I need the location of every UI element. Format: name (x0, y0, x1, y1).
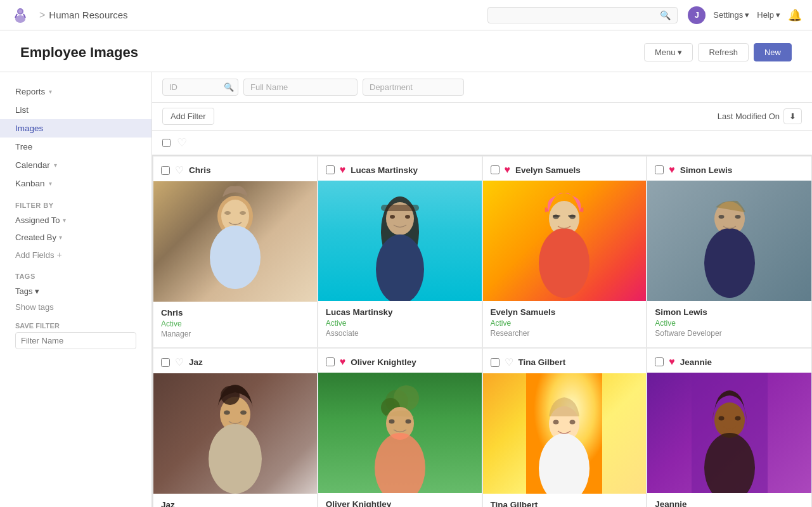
card-row-2: ♡ Jaz (153, 348, 811, 507)
favorite-icon[interactable]: ♥ (669, 164, 675, 176)
notifications-bell[interactable]: 🔔 (788, 8, 802, 22)
card-checkbox[interactable] (161, 358, 170, 367)
employee-name: Tina Gilbert (491, 500, 639, 507)
card-image (647, 181, 811, 301)
svg-point-47 (735, 416, 740, 421)
employee-card-chris[interactable]: ♡ Chris (153, 156, 318, 348)
employee-card-evelyn[interactable]: ♥ Evelyn Samuels (482, 156, 647, 348)
department-input[interactable] (370, 82, 420, 92)
sidebar-item-calendar[interactable]: Calendar ▾ (0, 156, 151, 174)
card-name: Simon Lewis (680, 165, 733, 175)
employee-card-tina[interactable]: ♡ Tina Gilbert (482, 348, 647, 507)
help-link[interactable]: Help ▾ (757, 10, 780, 20)
card-header: ♥ Evelyn Samuels (483, 157, 647, 181)
tags-filter[interactable]: Tags ▾ (0, 283, 151, 300)
settings-link[interactable]: Settings ▾ (713, 10, 749, 20)
card-info: Lucas Martinsky Active Associate (318, 301, 482, 347)
search-icon: 🔍 (660, 10, 671, 20)
card-checkbox[interactable] (326, 165, 335, 174)
navbar-right: J Settings ▾ Help ▾ 🔔 (688, 6, 802, 24)
created-by-filter[interactable]: Created By ▾ (0, 229, 151, 246)
card-image (153, 181, 317, 302)
favorite-icon[interactable]: ♡ (505, 356, 513, 368)
card-image (483, 181, 647, 301)
employee-name: Lucas Martinsky (326, 307, 474, 317)
sidebar-item-tree[interactable]: Tree (0, 138, 151, 156)
new-button[interactable]: New (754, 43, 792, 61)
card-row-1: ♡ Chris (153, 156, 811, 348)
search-bar[interactable]: 🔍 (487, 7, 678, 23)
menu-button[interactable]: Menu ▾ (644, 43, 693, 61)
full-name-input[interactable] (250, 82, 301, 92)
sidebar-item-kanban[interactable]: Kanban ▾ (0, 174, 151, 193)
svg-point-27 (209, 424, 262, 494)
main-layout: Reports ▾ List Images Tree Calendar ▾ Ka… (0, 72, 812, 507)
favorite-icon[interactable]: ♥ (340, 164, 346, 176)
card-header: ♥ Oliver Knightley (318, 349, 482, 373)
page-actions: Menu ▾ Refresh New (644, 43, 792, 61)
cards-grid: ♡ Chris (152, 155, 812, 507)
card-name: Evelyn Samuels (515, 165, 581, 175)
sort-direction-button[interactable]: ⬇ (783, 108, 802, 124)
sort-control[interactable]: Last Modified On ⬇ (718, 108, 802, 124)
card-image (318, 181, 482, 301)
card-checkbox[interactable] (326, 357, 335, 366)
content-area: 🔍 Add Filter Last Modified On ⬇ ♡ (152, 72, 812, 507)
card-checkbox[interactable] (655, 357, 664, 366)
filter-bar: 🔍 (152, 72, 812, 103)
svg-point-41 (553, 420, 559, 425)
card-checkbox[interactable] (491, 358, 499, 367)
refresh-button[interactable]: Refresh (698, 43, 749, 61)
sidebar-item-label: Tree (15, 142, 32, 151)
employee-card-oliver[interactable]: ♥ Oliver Knightley (318, 348, 482, 507)
sidebar-item-images[interactable]: Images (0, 119, 151, 138)
svg-point-12 (376, 234, 424, 301)
show-tags-link[interactable]: Show tags (0, 300, 151, 314)
svg-point-30 (240, 411, 247, 415)
favorite-icon[interactable]: ♥ (340, 356, 346, 368)
search-input[interactable] (494, 10, 660, 20)
favorite-icon[interactable]: ♥ (505, 164, 511, 176)
favorite-icon[interactable]: ♡ (175, 164, 184, 176)
svg-point-46 (718, 416, 724, 421)
tags-section: TAGS (0, 264, 151, 283)
select-all-row: ♡ (152, 131, 812, 155)
filter-by-section: FILTER BY (0, 193, 151, 212)
card-info: Jeannie Active Consultant (647, 493, 811, 507)
id-input[interactable] (169, 82, 220, 92)
card-name: Jeannie (680, 357, 712, 367)
id-filter[interactable]: 🔍 (162, 79, 238, 96)
add-filter-button[interactable]: Add Filter (162, 108, 214, 125)
employee-card-jaz[interactable]: ♡ Jaz (153, 348, 318, 507)
sidebar-item-label: Kanban (15, 179, 45, 188)
svg-rect-20 (553, 215, 560, 217)
favorite-icon[interactable]: ♥ (669, 356, 675, 368)
employee-card-jeannie[interactable]: ♥ Jeannie (647, 348, 811, 507)
svg-point-7 (210, 226, 261, 289)
employee-card-lucas[interactable]: ♥ Lucas Martinsky (318, 156, 482, 348)
assigned-to-filter[interactable]: Assigned To ▾ (0, 212, 151, 229)
chevron-down-icon: ▾ (63, 217, 66, 224)
department-filter[interactable] (363, 79, 464, 96)
filter-name-input[interactable] (15, 332, 136, 349)
svg-point-24 (718, 215, 724, 219)
employee-name: Simon Lewis (655, 307, 804, 317)
add-fields-button[interactable]: Add Fields + (0, 246, 151, 264)
employee-role: Manager (161, 330, 309, 338)
svg-point-2 (18, 10, 22, 13)
sidebar-item-reports[interactable]: Reports ▾ (0, 82, 151, 101)
sidebar-item-list[interactable]: List (0, 101, 151, 119)
card-checkbox[interactable] (161, 166, 170, 175)
card-checkbox[interactable] (491, 165, 499, 174)
filter-actions-bar: Add Filter Last Modified On ⬇ (152, 103, 812, 131)
full-name-filter[interactable] (243, 79, 358, 96)
employee-card-simon[interactable]: ♥ Simon Lewis (647, 156, 811, 348)
select-all-checkbox[interactable] (162, 139, 171, 147)
card-checkbox[interactable] (655, 165, 664, 174)
chevron-down-icon: ▾ (49, 180, 52, 187)
favorite-icon[interactable]: ♡ (175, 356, 184, 368)
card-name: Jaz (189, 357, 203, 367)
chevron-down-icon: ▾ (59, 234, 62, 241)
card-header: ♡ Chris (153, 157, 317, 181)
chevron-down-icon: ▾ (54, 162, 57, 169)
